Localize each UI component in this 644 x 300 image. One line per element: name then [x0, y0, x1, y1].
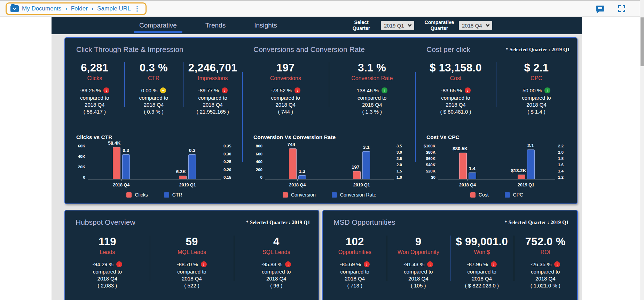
kpi-comparison: compared to 2018 Q4 ( 21,952,165 ) [183, 94, 242, 115]
fullscreen-icon[interactable] [618, 5, 625, 12]
axis-tick: 1.4 [558, 169, 572, 173]
chevron-down-icon [408, 23, 411, 26]
legend-swatch-blue [505, 192, 510, 198]
chart-title: Cost Vs CPC [426, 134, 572, 140]
legend-label: CTR [172, 192, 182, 198]
axis-tick: $100K [422, 144, 435, 148]
section-conversions: Conversions and Conversion Rate 197 Conv… [242, 38, 415, 203]
category-label: 2019 Q1 [518, 183, 534, 187]
kpi-comparison: compared to 2018 Q4 ( 0.3 % ) [124, 94, 183, 115]
axis-tick: 1.5 [396, 169, 410, 173]
axis-tick: 600 [249, 152, 262, 156]
comparative-quarter-label: Comparative Quarter [423, 20, 455, 31]
top-bar: My Documents › Folder › Sample URL ⋮ [0, 0, 640, 17]
category-label: 2019 Q1 [179, 183, 196, 187]
kebab-menu-icon[interactable]: ⋮ [134, 5, 141, 12]
trend-down-badge-icon [554, 261, 560, 267]
bar-value-label: 1.3 [299, 169, 305, 174]
bar-group-2018-q4: $80.5K 1.4 2018 Q4 [455, 146, 480, 179]
kpi-row: 119 Leads -94.29 % compared to 2018 Q4 (… [65, 234, 319, 289]
kpi-change: -87.96 % [467, 261, 488, 267]
breadcrumb-item-folder[interactable]: Folder [71, 5, 88, 12]
kpi-cost: $ 13,158.0 Cost -83.65 % compared to 201… [415, 60, 496, 134]
plot-area: $80.5K 1.4 2018 Q4 $13.2K 2.1 2019 Q1 [438, 146, 555, 179]
corner [618, 10, 621, 12]
kpi-change: -89.77 % [198, 87, 219, 93]
conversion-vs-rate-chart: Conversion Vs Conversion Rate 800 600 40… [242, 134, 415, 198]
trend-down-badge-icon [491, 261, 497, 267]
kpi-label: MQL Leads [150, 249, 234, 255]
scrollbar-thumb[interactable] [641, 17, 644, 66]
legend-item: Conversion Rate [332, 192, 376, 198]
kpi-change: -89.25 % [80, 87, 101, 93]
corner [623, 5, 625, 8]
legend-item: CPC [505, 192, 524, 198]
bar-value-label: $80.5K [453, 146, 468, 151]
trend-down-badge-icon [103, 87, 109, 93]
select-quarter-dropdown[interactable]: 2019 Q1 [381, 21, 414, 30]
legend-item: CTR [164, 192, 182, 198]
select-quarter-filter: Select Quarter 2019 Q1 [345, 20, 414, 31]
kpi-label: Conversions [242, 75, 329, 82]
page-scrollbar[interactable] [640, 0, 644, 300]
kpi-value: 9 [387, 236, 450, 248]
kpi-opportunities: 102 Opportunities -85.69 % compared to 2… [323, 234, 387, 289]
trend-down-badge-icon [427, 261, 433, 267]
tab-comparative[interactable]: Comparative [138, 17, 178, 33]
left-axis: 800 600 400 200 0 [249, 144, 265, 179]
kpi-label: CTR [124, 75, 183, 82]
legend-swatch-red [126, 192, 132, 198]
comparative-quarter-dropdown[interactable]: 2018 Q4 [459, 21, 492, 30]
trend-neutral-badge-icon [160, 87, 166, 93]
kpi-label: Conversion Rate [329, 75, 416, 82]
comment-icon[interactable] [596, 6, 604, 11]
conversion-rate-bar: 3.1 [362, 151, 370, 179]
section-ctr-impression: Click Through Rate & Impression 6,281 Cl… [65, 38, 242, 203]
legend-label: CPC [513, 192, 524, 198]
hubspot-overview-panel: Hubspot Overview * Selected Quarter : 20… [64, 210, 319, 300]
tabs: Comparative Trends Insights [138, 17, 278, 33]
kpi-change: 50.00 % [523, 87, 542, 93]
kpi-change: -88.70 % [177, 261, 198, 267]
selected-quarter-note: * Selected Quarter : 2019 Q1 [504, 220, 569, 225]
chart-title: Conversion Vs Conversion Rate [253, 134, 410, 140]
breadcrumb-item-sample-url[interactable]: Sample URL [97, 5, 131, 12]
comparative-quarter-value: 2018 Q4 [462, 23, 482, 29]
clicks-vs-ctr-chart: Clicks vs CTR 60K 40K 20K 0 58.4K 0.3 20… [65, 134, 242, 198]
axis-tick: $60K [422, 156, 435, 161]
tab-trends[interactable]: Trends [204, 17, 227, 33]
left-axis: $100K $80K $60K $40K $20K $0 [422, 144, 438, 179]
section-title: Cost per click [426, 45, 470, 54]
breadcrumb-separator: › [91, 6, 94, 12]
kpi-charts-panel: Click Through Rate & Impression 6,281 Cl… [64, 37, 578, 204]
bar-group-2019-q1: 197 3.1 2019 Q1 [350, 146, 374, 179]
chart-legend: Conversion Conversion Rate [249, 192, 410, 198]
kpi-comparison: compared to 2018 Q4 ( $ 822,023.0 ) [450, 268, 514, 289]
kpi-leads: 119 Leads -94.29 % compared to 2018 Q4 (… [65, 234, 150, 289]
clicks-bar: 6.3K [179, 176, 187, 179]
legend-swatch-blue [332, 192, 337, 198]
trend-down-badge-icon [294, 87, 300, 93]
bar-value-label: 0.3 [123, 148, 129, 153]
axis-tick: 0.30 [223, 152, 237, 156]
tab-insights[interactable]: Insights [253, 17, 278, 33]
ctr-bar: 0.3 [122, 154, 130, 179]
bar-group-2018-q4: 744 1.3 2018 Q4 [285, 146, 309, 179]
kpi-label: SQL Leads [234, 249, 319, 255]
breadcrumb-item-my-documents[interactable]: My Documents [22, 5, 61, 12]
kpi-value: 2,246,701 [183, 62, 242, 74]
folder-dropdown-icon[interactable] [10, 5, 19, 12]
kpi-row: 197 Conversions -73.52 % compared to 201… [242, 60, 415, 134]
legend-item: Clicks [126, 192, 148, 198]
bar-group-2018-q4: 58.4K 0.3 2018 Q4 [109, 146, 133, 179]
quarter-filters: Select Quarter 2019 Q1 Comparative Quart… [345, 20, 492, 31]
cpc-bar: 2.1 [527, 149, 535, 179]
legend-item: Cost [470, 192, 489, 198]
topbar-actions [596, 5, 625, 12]
kpi-label: Won $ [450, 249, 514, 255]
trend-down-badge-icon [364, 261, 370, 267]
kpi-comparison: compared to 2018 Q4 ( $ 80,481.0 ) [415, 94, 496, 115]
select-quarter-value: 2019 Q1 [384, 23, 404, 29]
axis-tick: $20K [422, 169, 435, 173]
kpi-value: 3.1 % [329, 62, 416, 74]
